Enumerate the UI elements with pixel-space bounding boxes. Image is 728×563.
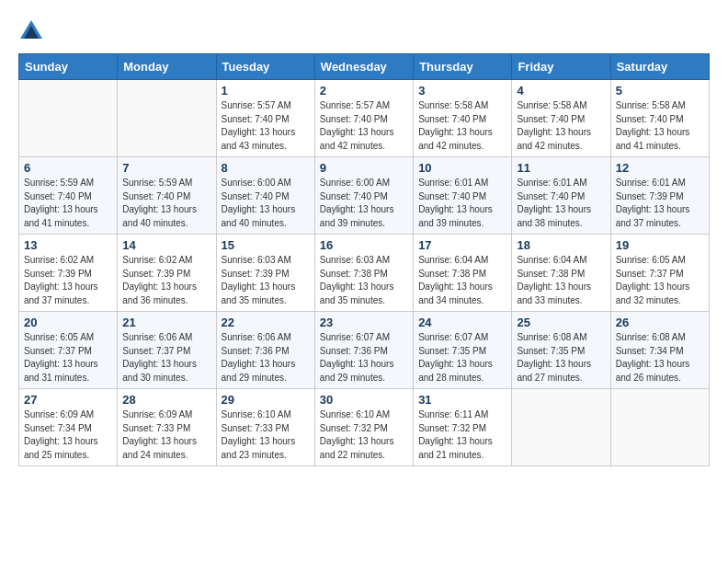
calendar-cell: 17Sunrise: 6:04 AMSunset: 7:38 PMDayligh… [414, 235, 512, 312]
calendar-cell [512, 389, 610, 466]
calendar-cell: 23Sunrise: 6:07 AMSunset: 7:36 PMDayligh… [314, 312, 413, 389]
day-number: 5 [616, 84, 704, 98]
calendar-cell: 27Sunrise: 6:09 AMSunset: 7:34 PMDayligh… [19, 389, 118, 466]
day-info: Sunrise: 6:05 AMSunset: 7:37 PMDaylight:… [24, 331, 112, 385]
day-number: 7 [122, 161, 210, 175]
calendar-cell: 13Sunrise: 6:02 AMSunset: 7:39 PMDayligh… [19, 235, 118, 312]
calendar-cell: 26Sunrise: 6:08 AMSunset: 7:34 PMDayligh… [610, 312, 709, 389]
calendar-cell: 22Sunrise: 6:06 AMSunset: 7:36 PMDayligh… [216, 312, 314, 389]
calendar-cell: 3Sunrise: 5:58 AMSunset: 7:40 PMDaylight… [414, 80, 512, 157]
weekday-header: Monday [118, 54, 216, 80]
day-info: Sunrise: 6:04 AMSunset: 7:38 PMDaylight:… [418, 254, 506, 307]
day-info: Sunrise: 6:01 AMSunset: 7:40 PMDaylight:… [418, 177, 506, 230]
day-info: Sunrise: 6:09 AMSunset: 7:33 PMDaylight:… [122, 408, 210, 462]
day-number: 3 [418, 84, 506, 98]
day-number: 22 [222, 316, 310, 329]
calendar-week-row: 27Sunrise: 6:09 AMSunset: 7:34 PMDayligh… [19, 389, 710, 466]
day-number: 28 [122, 393, 210, 407]
day-number: 13 [24, 238, 112, 252]
day-info: Sunrise: 5:58 AMSunset: 7:40 PMDaylight:… [616, 99, 704, 153]
calendar-cell: 9Sunrise: 6:00 AMSunset: 7:40 PMDaylight… [314, 157, 413, 235]
weekday-header: Sunday [19, 54, 118, 80]
day-number: 4 [517, 84, 605, 98]
day-number: 25 [517, 316, 605, 329]
calendar-week-row: 13Sunrise: 6:02 AMSunset: 7:39 PMDayligh… [19, 235, 710, 312]
logo [18, 18, 46, 44]
day-number: 31 [418, 393, 506, 407]
day-info: Sunrise: 6:05 AMSunset: 7:37 PMDaylight:… [616, 254, 704, 307]
calendar-cell: 18Sunrise: 6:04 AMSunset: 7:38 PMDayligh… [512, 235, 610, 312]
day-info: Sunrise: 6:06 AMSunset: 7:36 PMDaylight:… [222, 331, 310, 385]
calendar-cell: 6Sunrise: 5:59 AMSunset: 7:40 PMDaylight… [19, 157, 118, 235]
day-number: 2 [320, 84, 408, 98]
day-number: 19 [616, 238, 704, 252]
day-info: Sunrise: 5:59 AMSunset: 7:40 PMDaylight:… [24, 177, 112, 230]
day-info: Sunrise: 5:58 AMSunset: 7:40 PMDaylight:… [418, 99, 506, 153]
calendar-cell: 7Sunrise: 5:59 AMSunset: 7:40 PMDaylight… [118, 157, 216, 235]
day-number: 17 [418, 238, 506, 252]
calendar-cell: 1Sunrise: 5:57 AMSunset: 7:40 PMDaylight… [216, 80, 314, 157]
weekday-header: Saturday [610, 54, 709, 80]
calendar-cell [118, 80, 216, 157]
day-number: 30 [320, 393, 408, 407]
day-info: Sunrise: 5:59 AMSunset: 7:40 PMDaylight:… [122, 177, 210, 230]
weekday-header: Thursday [414, 54, 512, 80]
weekday-header: Tuesday [216, 54, 314, 80]
calendar-cell: 30Sunrise: 6:10 AMSunset: 7:32 PMDayligh… [314, 389, 413, 466]
calendar-cell: 11Sunrise: 6:01 AMSunset: 7:40 PMDayligh… [512, 157, 610, 235]
calendar-week-row: 6Sunrise: 5:59 AMSunset: 7:40 PMDaylight… [19, 157, 710, 235]
calendar-cell: 29Sunrise: 6:10 AMSunset: 7:33 PMDayligh… [216, 389, 314, 466]
logo-icon [18, 18, 44, 44]
calendar-cell [610, 389, 709, 466]
calendar-table: SundayMondayTuesdayWednesdayThursdayFrid… [18, 53, 710, 466]
day-number: 23 [320, 316, 408, 329]
day-number: 12 [616, 161, 704, 175]
day-info: Sunrise: 6:00 AMSunset: 7:40 PMDaylight:… [222, 177, 310, 230]
calendar-cell: 19Sunrise: 6:05 AMSunset: 7:37 PMDayligh… [610, 235, 709, 312]
day-info: Sunrise: 5:57 AMSunset: 7:40 PMDaylight:… [320, 99, 408, 153]
day-info: Sunrise: 6:04 AMSunset: 7:38 PMDaylight:… [517, 254, 605, 307]
day-number: 21 [122, 316, 210, 329]
calendar-cell: 20Sunrise: 6:05 AMSunset: 7:37 PMDayligh… [19, 312, 118, 389]
day-info: Sunrise: 6:07 AMSunset: 7:36 PMDaylight:… [320, 331, 408, 385]
day-number: 9 [320, 161, 408, 175]
calendar-cell: 12Sunrise: 6:01 AMSunset: 7:39 PMDayligh… [610, 157, 709, 235]
day-number: 26 [616, 316, 704, 329]
day-number: 1 [222, 84, 310, 98]
calendar-week-row: 1Sunrise: 5:57 AMSunset: 7:40 PMDaylight… [19, 80, 710, 157]
day-info: Sunrise: 6:08 AMSunset: 7:35 PMDaylight:… [517, 331, 605, 385]
day-info: Sunrise: 6:02 AMSunset: 7:39 PMDaylight:… [24, 254, 112, 307]
day-number: 14 [122, 238, 210, 252]
day-info: Sunrise: 6:10 AMSunset: 7:32 PMDaylight:… [320, 408, 408, 462]
day-info: Sunrise: 5:58 AMSunset: 7:40 PMDaylight:… [517, 99, 605, 153]
day-number: 27 [24, 393, 112, 407]
day-info: Sunrise: 6:01 AMSunset: 7:39 PMDaylight:… [616, 177, 704, 230]
calendar-cell: 21Sunrise: 6:06 AMSunset: 7:37 PMDayligh… [118, 312, 216, 389]
day-number: 24 [418, 316, 506, 329]
day-info: Sunrise: 6:08 AMSunset: 7:34 PMDaylight:… [616, 331, 704, 385]
calendar-cell: 14Sunrise: 6:02 AMSunset: 7:39 PMDayligh… [118, 235, 216, 312]
day-info: Sunrise: 6:03 AMSunset: 7:39 PMDaylight:… [222, 254, 310, 307]
day-info: Sunrise: 6:00 AMSunset: 7:40 PMDaylight:… [320, 177, 408, 230]
calendar-week-row: 20Sunrise: 6:05 AMSunset: 7:37 PMDayligh… [19, 312, 710, 389]
day-number: 20 [24, 316, 112, 329]
calendar-cell: 24Sunrise: 6:07 AMSunset: 7:35 PMDayligh… [414, 312, 512, 389]
calendar-cell: 5Sunrise: 5:58 AMSunset: 7:40 PMDaylight… [610, 80, 709, 157]
calendar-cell: 2Sunrise: 5:57 AMSunset: 7:40 PMDaylight… [314, 80, 413, 157]
day-info: Sunrise: 6:02 AMSunset: 7:39 PMDaylight:… [122, 254, 210, 307]
calendar-cell: 10Sunrise: 6:01 AMSunset: 7:40 PMDayligh… [414, 157, 512, 235]
day-number: 29 [222, 393, 310, 407]
day-info: Sunrise: 6:03 AMSunset: 7:38 PMDaylight:… [320, 254, 408, 307]
day-number: 18 [517, 238, 605, 252]
calendar-cell [19, 80, 118, 157]
day-number: 11 [517, 161, 605, 175]
calendar-cell: 4Sunrise: 5:58 AMSunset: 7:40 PMDaylight… [512, 80, 610, 157]
day-number: 15 [222, 238, 310, 252]
calendar-cell: 28Sunrise: 6:09 AMSunset: 7:33 PMDayligh… [118, 389, 216, 466]
day-number: 16 [320, 238, 408, 252]
header [18, 18, 710, 44]
weekday-header: Friday [512, 54, 610, 80]
day-number: 8 [222, 161, 310, 175]
calendar-cell: 31Sunrise: 6:11 AMSunset: 7:32 PMDayligh… [414, 389, 512, 466]
calendar-header-row: SundayMondayTuesdayWednesdayThursdayFrid… [19, 54, 710, 80]
